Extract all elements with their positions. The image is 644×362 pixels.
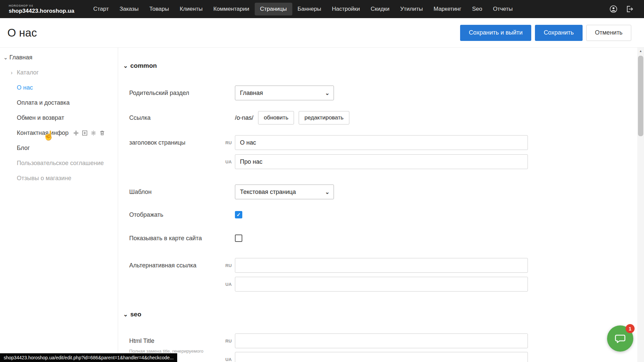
parent-section-row: Родительский раздел Главная ⌄ [129,86,334,100]
section-title: seo [130,311,141,318]
brand[interactable]: HOROSHOP V4 shop34423.horoshop.ua [0,4,85,14]
sidebar-item-label: Каталог [17,69,39,76]
nav-item-otchety[interactable]: Отчеты [488,3,518,15]
nav-item-kommentarii[interactable]: Комментарии [208,3,255,15]
delete-trash-icon[interactable] [99,130,105,136]
chat-widget-button[interactable]: 1 [607,325,633,352]
chevron-right-icon[interactable]: › [11,70,17,76]
move-icon[interactable] [73,130,79,136]
html-title-ua-row: UA [129,352,528,362]
sidebar-item-oplata-i-dostavka[interactable]: Оплата и доставка [0,95,118,110]
alt-link-ua-row: UA [129,277,528,292]
sidebar-item-blog[interactable]: Блог [0,141,118,156]
mouse-cursor: ☝ [43,130,54,141]
status-url-bar: shop34423.horoshop.ua/edit/edit.php?id=6… [0,353,177,362]
sidebar-item-glavnaya[interactable]: ⌄ Главная [0,50,118,65]
chevron-down-icon[interactable]: ⌄ [3,54,9,61]
nav-item-zakazy[interactable]: Заказы [114,3,144,15]
page-edit-form: ⌄ common Родительский раздел Главная ⌄ С… [118,48,644,362]
check-icon: ✓ [237,212,241,218]
account-icon[interactable] [609,5,618,13]
lang-tag-ru: RU [222,339,235,344]
sitemap-checkbox[interactable] [235,235,242,242]
page-title: О нас [7,27,37,39]
topbar: HOROSHOP V4 shop34423.horoshop.ua Старт … [0,0,644,18]
main-nav: Старт Заказы Товары Клиенты Комментарии … [88,0,518,18]
sitemap-row: Показывать в карте сайта [129,235,242,242]
parent-section-select[interactable]: Главная ⌄ [235,86,334,100]
link-row: Ссылка /o-nas/ обновить редактировать [129,111,354,124]
lang-tag-ru: RU [222,140,235,145]
pages-tree: ⌄ Главная › Каталог О нас Оплата и доста… [0,48,118,362]
add-icon[interactable] [82,130,88,136]
save-button[interactable]: Сохранить [535,25,582,41]
template-select[interactable]: Текстовая страница ⌄ [235,185,334,199]
tree-item-actions [73,130,105,136]
sidebar-item-label: Блог [17,145,30,152]
sidebar-item-obmen-i-vozvrat[interactable]: Обмен и возврат [0,110,118,125]
nav-item-stranicy[interactable]: Страницы [255,3,292,15]
link-update-button[interactable]: обновить [258,111,294,124]
page-title-ua-input[interactable] [235,154,528,169]
display-label: Отображать [129,211,235,218]
sidebar-item-otzyvy-o-magazine[interactable]: Отзывы о магазине [0,171,118,186]
vertical-scrollbar[interactable]: ▲ [637,48,644,362]
sidebar-item-o-nas[interactable]: О нас [0,80,118,95]
sidebar-item-label: О нас [17,84,33,91]
lang-tag-ua: UA [222,357,235,362]
sidebar-item-kontaktnaya-infor[interactable]: Контактная инфор [0,125,118,141]
nav-item-start[interactable]: Старт [88,3,114,15]
sidebar-item-label: Главная [9,54,33,61]
alt-link-ru-input[interactable] [235,258,528,273]
section-common[interactable]: ⌄ common [123,62,157,69]
sidebar-item-polzovatelskoe-soglashenie[interactable]: Пользовательское соглашение [0,156,118,171]
lang-tag-ru: RU [222,263,235,268]
logout-icon[interactable] [625,5,634,13]
header-buttons: Сохранить и выйти Сохранить Отменить [460,25,631,41]
selected-value: Текстовая страница [240,189,296,196]
html-title-ru-input[interactable] [235,333,528,348]
sidebar-item-katalog[interactable]: › Каталог [0,65,118,80]
alt-link-ua-input[interactable] [235,277,528,292]
section-title: common [130,62,157,69]
parent-section-label: Родительский раздел [129,90,235,97]
display-checkbox[interactable]: ✓ [235,211,242,218]
chevron-down-icon: ⌄ [123,311,128,318]
scrollbar-thumb[interactable] [638,56,643,136]
content: ⌄ Главная › Каталог О нас Оплата и доста… [0,48,644,362]
nav-item-seo[interactable]: Seo [467,3,488,15]
template-label: Шаблон [129,189,235,196]
nav-item-bannery[interactable]: Баннеры [292,3,327,15]
sidebar-item-label: Пользовательское соглашение [17,160,104,167]
page-title-label: заголовок страницы [129,139,222,146]
html-title-ua-input[interactable] [235,352,528,362]
chevron-down-icon: ⌄ [325,189,330,195]
link-edit-button[interactable]: редактировать [299,111,349,124]
html-title-ru-row: Html Title RU [129,333,528,348]
sidebar-item-label: Отзывы о магазине [17,175,71,182]
alt-link-label: Альтернативная ссылка [129,262,222,269]
cancel-button[interactable]: Отменить [586,25,631,41]
page-title-ru-input[interactable] [235,135,528,150]
section-seo[interactable]: ⌄ seo [123,311,141,318]
nav-item-tovary[interactable]: Товары [144,3,174,15]
brand-version: HOROSHOP V4 [9,4,85,7]
link-path: /o-nas/ [235,114,253,121]
nav-item-marketing[interactable]: Маркетинг [428,3,467,15]
scroll-up-icon[interactable]: ▲ [637,48,644,54]
alt-link-ru-row: Альтернативная ссылка RU [129,258,528,273]
lang-tag-ua: UA [222,159,235,164]
settings-gear-icon[interactable] [91,130,96,136]
save-and-exit-button[interactable]: Сохранить и выйти [460,25,531,41]
display-row: Отображать ✓ [129,211,242,218]
html-title-label: Html Title [129,338,222,345]
nav-item-utility[interactable]: Утилиты [395,3,429,15]
selected-value: Главная [240,90,263,97]
nav-item-nastrojki[interactable]: Настройки [327,3,365,15]
page-title-ua-row: UA [129,154,528,169]
page-title-ru-row: заголовок страницы RU [129,135,528,150]
nav-item-klienty[interactable]: Клиенты [175,3,208,15]
chat-notification-badge: 1 [626,324,635,333]
nav-item-skidki[interactable]: Скидки [365,3,395,15]
lang-tag-ua: UA [222,282,235,287]
